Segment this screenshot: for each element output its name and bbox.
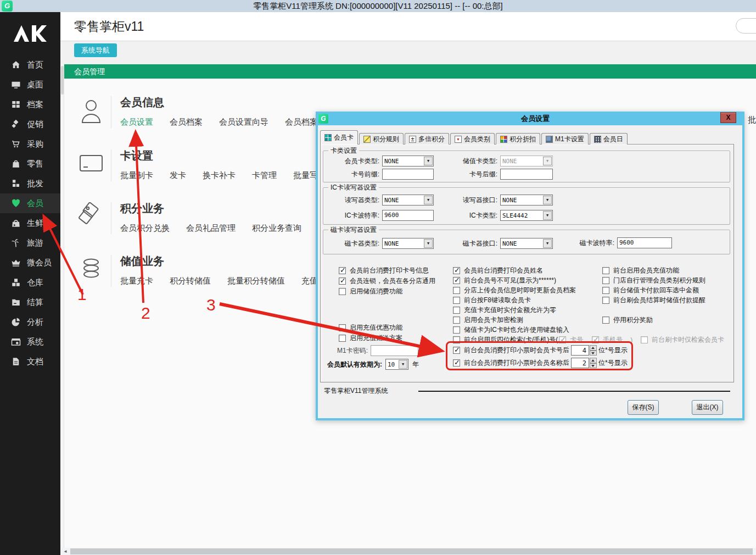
checkbox[interactable] [602, 287, 609, 294]
checkbox[interactable] [602, 317, 609, 324]
dialog-title-bar[interactable]: 会员设置 X [318, 112, 742, 125]
checkbox-row[interactable]: 停用积分奖励 [602, 315, 653, 325]
close-button[interactable]: X [720, 112, 736, 123]
mask-digits-input[interactable]: 4 [571, 345, 589, 356]
checkbox[interactable] [339, 267, 346, 274]
sidebar-item-docs[interactable]: 文档 [0, 352, 60, 371]
link-points-to-stored[interactable]: 积分转储值 [170, 276, 211, 286]
sidebar-item-analysis[interactable]: 分析 [0, 312, 60, 332]
checkbox[interactable] [453, 317, 460, 324]
checkbox[interactable] [602, 267, 609, 274]
sidebar-item-home[interactable]: 首页 [0, 55, 60, 75]
tab-m1-card[interactable]: M1卡设置 [541, 133, 589, 145]
checkbox[interactable] [453, 336, 460, 343]
sidebar-item-settlement[interactable]: 结算 [0, 292, 60, 312]
checkbox-row[interactable]: 充值卡充值时实付金额允许为零 [453, 306, 556, 315]
link-gift-management[interactable]: 会员礼品管理 [186, 223, 236, 234]
link-points-exchange[interactable]: 会员积分兑换 [120, 223, 170, 234]
card-prefix-input[interactable] [382, 169, 434, 180]
scrollbar-thumb[interactable] [61, 66, 64, 95]
checkbox-row[interactable]: 前台按F8键读取会员卡 [453, 296, 531, 305]
checkbox[interactable] [602, 277, 609, 284]
sidebar-item-member[interactable]: 会员 [0, 193, 60, 213]
link-replace-card[interactable]: 换卡补卡 [203, 170, 236, 181]
checkbox-row[interactable]: 前台刷会员结算时储值付款提醒 [602, 296, 705, 305]
link-points-query[interactable]: 积分业务查询 [252, 223, 301, 234]
scrollbar-thumb[interactable] [70, 548, 753, 554]
chevron-down-icon[interactable] [543, 211, 552, 220]
reader-port-select[interactable]: NONE [500, 195, 553, 206]
checkbox[interactable] [339, 335, 346, 342]
chevron-down-icon[interactable] [543, 239, 552, 248]
link-card-management[interactable]: 卡管理 [252, 170, 277, 181]
sidebar-item-purchase[interactable]: 采购 [0, 134, 60, 154]
checkbox-row-mask-card-no[interactable]: 前台会员消费打印小票时会员卡号后 4 位*号显示 [453, 345, 628, 356]
sidebar-item-warehouse[interactable]: 仓库 [0, 273, 60, 292]
sidebar-item-archive[interactable]: 档案 [0, 95, 60, 114]
checkbox[interactable] [339, 324, 346, 331]
reader-type-select[interactable]: NONE [382, 195, 434, 206]
card-suffix-input[interactable] [500, 169, 553, 180]
checkbox[interactable] [339, 278, 346, 285]
stepper-down-icon[interactable] [590, 351, 597, 356]
link-batch-make-card[interactable]: 批量制卡 [120, 170, 153, 181]
mag-port-select[interactable]: NONE [500, 238, 553, 249]
checkbox[interactable] [453, 267, 460, 274]
sidebar-item-system[interactable]: 系统 [0, 332, 60, 352]
checkbox-row[interactable]: 会员前台消费打印卡号信息 [339, 266, 429, 275]
mask-digits-input[interactable]: 2 [571, 358, 589, 368]
checkbox[interactable] [602, 297, 609, 304]
checkbox-row[interactable]: 启用储值消费功能 [339, 287, 402, 296]
mag-baud-input[interactable]: 9600 [617, 237, 672, 248]
sidebar-item-travel[interactable]: 旅游 [0, 233, 60, 253]
chevron-down-icon[interactable] [424, 196, 433, 204]
ic-type-select[interactable]: SLE4442 [500, 210, 553, 221]
vertical-scrollbar[interactable] [60, 64, 64, 548]
checkbox-row-mask-name[interactable]: 前台会员消费打印小票时会员名称后 2 位*号显示 [453, 358, 628, 368]
link-member-settings[interactable]: 会员设置 [120, 117, 153, 127]
search-input[interactable] [736, 18, 756, 34]
tab-member-day[interactable]: 会员日 [590, 133, 628, 145]
chevron-down-icon[interactable] [543, 196, 552, 204]
checkbox-row[interactable]: 会员前台消费打印会员姓名 [453, 266, 543, 275]
checkbox-row[interactable]: 会员连锁，会员在各分店通用 [339, 276, 435, 286]
checkbox[interactable] [453, 297, 460, 304]
stepper-up-icon[interactable] [590, 345, 597, 351]
sidebar-item-micro-member[interactable]: 微会员 [0, 253, 60, 273]
link-member-archive[interactable]: 会员档案 [170, 117, 203, 127]
checkbox[interactable] [453, 307, 460, 314]
link-batch-recharge[interactable]: 批量充卡 [120, 276, 153, 286]
chevron-down-icon[interactable] [424, 239, 433, 248]
checkbox[interactable] [453, 287, 460, 294]
checkbox-row[interactable]: 分店上传会员信息时即时更新会员档案 [453, 286, 576, 295]
tab-system-navigation[interactable]: 系统导航 [74, 43, 117, 57]
checkbox-row[interactable]: 储值卡为IC卡时也允许使用键盘输入 [453, 325, 569, 335]
stepper-down-icon[interactable] [590, 363, 597, 369]
sidebar-item-desktop[interactable]: 桌面 [0, 75, 60, 95]
sidebar-item-retail[interactable]: 零售 [0, 154, 60, 174]
link-member-setup-wizard[interactable]: 会员设置向导 [219, 117, 268, 127]
link-issue-card[interactable]: 发卡 [170, 170, 186, 181]
checkbox-row[interactable]: 门店自行管理会员类别积分规则 [602, 276, 705, 285]
save-button[interactable]: 保存(S) [628, 400, 659, 415]
number-stepper[interactable] [590, 345, 597, 356]
sidebar-item-fresh[interactable]: 生鲜 [0, 213, 60, 233]
checkbox-row-last4-search[interactable]: 前台启用后四位检索(卡/手机)号( 卡号 手机号 ) [453, 335, 632, 345]
tab-points-rule[interactable]: 积分规则 [359, 133, 404, 145]
validity-select[interactable]: 10 [385, 359, 408, 370]
link-batch-points-to-stored[interactable]: 批量积分转储值 [227, 276, 285, 286]
checkbox[interactable] [453, 326, 460, 334]
sidebar-item-promotion[interactable]: 促销 [0, 114, 60, 134]
tab-points-discount[interactable]: 积分折扣 [496, 133, 540, 145]
stepper-up-icon[interactable] [590, 358, 597, 363]
scroll-left-arrow-icon[interactable] [61, 548, 69, 555]
checkbox[interactable] [339, 288, 346, 295]
member-card-type-select[interactable]: NONE [382, 156, 434, 166]
tab-member-type[interactable]: 会员类别 [450, 133, 495, 145]
mag-type-select[interactable]: NONE [382, 238, 434, 249]
m1-password-input[interactable] [371, 345, 418, 356]
exit-button[interactable]: 退出(X) [692, 400, 723, 415]
number-stepper[interactable] [590, 358, 597, 368]
tab-member-card[interactable]: 会员卡 [320, 130, 358, 145]
checkbox[interactable] [453, 359, 460, 367]
